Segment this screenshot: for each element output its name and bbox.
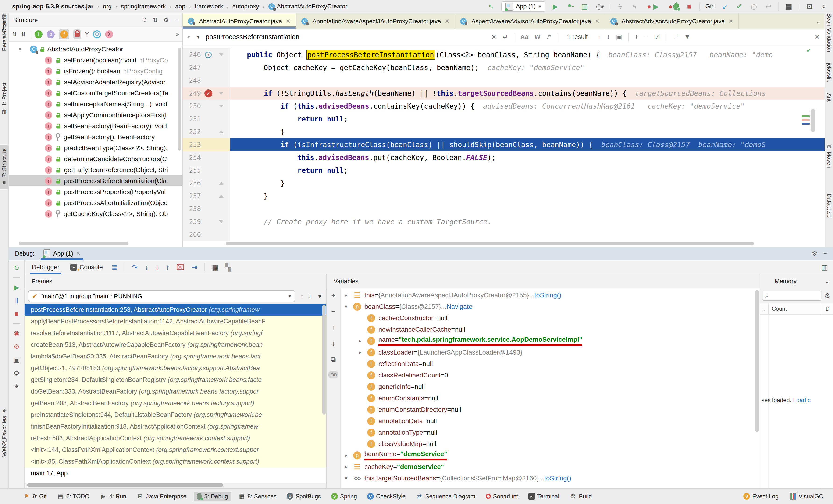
hide-panel-icon[interactable]: −	[174, 17, 178, 24]
frame-row[interactable]: main:17, App	[25, 467, 326, 479]
frame-row[interactable]: getBean:208, AbstractBeanFactory (org.sp…	[25, 397, 326, 409]
new-line-icon[interactable]: ↵	[502, 33, 508, 41]
value-action-link[interactable]: toString()	[534, 291, 561, 299]
expand-arrow-icon[interactable]: ▾	[345, 475, 353, 481]
editor-gutter[interactable]: 260	[183, 228, 230, 241]
tool-stripe-structure[interactable]: 7: Structure ≡	[0, 145, 8, 189]
structure-row[interactable]: setBeanFactory(BeanFactory): void	[9, 121, 182, 131]
memory-settings-icon[interactable]: ⚙	[824, 292, 830, 299]
gear-icon[interactable]: ⚙	[164, 17, 169, 24]
navigate-back-icon[interactable]: ↖	[487, 2, 496, 10]
variable-row[interactable]: f classValueMap = null	[340, 438, 760, 450]
add-watch-icon[interactable]: +	[331, 292, 335, 299]
frames-vertical-scrollbar[interactable]	[323, 305, 326, 414]
tool-stripe-pin[interactable]: ⌖	[825, 72, 833, 78]
clear-search-icon[interactable]: ✕	[491, 33, 496, 41]
editor-gutter[interactable]: 257	[183, 190, 230, 202]
run-config-select[interactable]: App (1) ▾	[501, 1, 545, 12]
close-icon[interactable]: ✕	[595, 18, 599, 25]
hide-panel-icon[interactable]: −	[824, 250, 827, 257]
code-editor[interactable]: 246 public Object postProcessBef	[183, 45, 825, 247]
count-column-header[interactable]: Count	[768, 306, 822, 312]
stop-button[interactable]: ■	[685, 3, 694, 10]
debug-session-tab[interactable]: App (1) ✕	[41, 247, 84, 260]
run-button[interactable]: ▶	[551, 2, 560, 10]
expand-arrow-icon[interactable]: ▾	[345, 304, 353, 310]
frame-row[interactable]: doGetBean:333, AbstractBeanFactory (org.…	[25, 386, 326, 397]
variable-row[interactable]: ▸ ☰ this = {AnnotationAwareAspectJAutoPr…	[340, 289, 760, 301]
force-step-into-icon[interactable]: ↓	[155, 263, 159, 271]
show-lambdas-icon[interactable]: λ	[105, 30, 113, 38]
next-occurrence-icon[interactable]: ↓	[607, 33, 610, 41]
close-icon[interactable]: ✕	[76, 250, 80, 257]
editor-gutter[interactable]: 250	[183, 100, 230, 113]
restore-layout-icon[interactable]: ▥	[821, 263, 828, 271]
chevron-down-icon[interactable]: ▾	[197, 34, 199, 40]
editor-horizontal-scrollbar[interactable]	[226, 242, 754, 245]
variable-row[interactable]: ▸ ☰ cacheKey = "demoService"	[340, 461, 760, 473]
spring-tool-button[interactable]: S Spring	[329, 491, 360, 501]
filter-search-icon[interactable]: ▼	[684, 33, 691, 41]
value-action-link[interactable]: toString()	[544, 475, 571, 482]
gear-icon[interactable]: ⚙	[812, 250, 817, 257]
run-to-cursor-icon[interactable]: ⇥	[192, 263, 197, 271]
drop-frame-icon[interactable]: ⌧	[176, 263, 185, 271]
editor-gutter[interactable]: 255	[183, 164, 230, 177]
show-watches-icon[interactable]: oo	[329, 371, 338, 378]
expand-arrow-icon[interactable]: ▸	[345, 292, 353, 298]
remove-selection-icon[interactable]: −	[644, 33, 648, 41]
close-icon[interactable]: ✕	[286, 18, 291, 25]
search-icon[interactable]: ⌕	[187, 33, 191, 41]
tab-console[interactable]: ▸ Console	[68, 260, 105, 274]
layout-settings-icon[interactable]: ▚	[225, 263, 231, 271]
fold-down-icon[interactable]	[219, 53, 223, 56]
close-icon[interactable]: ✕	[445, 18, 449, 25]
visualgc-button[interactable]: VisualGC	[787, 491, 826, 501]
structure-row[interactable]: setCustomTargetSourceCreators(Ta	[9, 88, 182, 99]
hide-library-frames-icon[interactable]: ▼	[317, 293, 323, 300]
memory-search-input[interactable]	[763, 291, 821, 301]
checkstyle-tool-button[interactable]: C CheckStyle	[364, 491, 408, 501]
threads-view-icon[interactable]: ≣	[112, 263, 118, 271]
fold-up-icon[interactable]	[219, 195, 223, 198]
event-log-button[interactable]: 8 Event Log	[740, 491, 781, 501]
breadcrumb-item[interactable]: spring-aop-5.3.9-sources.jar	[5, 3, 93, 10]
todo-tool-button[interactable]: ▤ 6: TODO	[54, 491, 92, 501]
structure-row[interactable]: determineCandidateConstructors(C	[9, 153, 182, 164]
git-update-icon[interactable]: ↙	[720, 2, 729, 10]
variable-row[interactable]: f classRedefinedCount = 0	[340, 369, 760, 381]
rerun-icon[interactable]: ●▶	[645, 2, 661, 10]
frame-row[interactable]: refresh:583, AbstractApplicationContext …	[25, 432, 326, 444]
stop-icon[interactable]: ■	[15, 310, 19, 318]
previous-occurrence-icon[interactable]: ↑	[598, 33, 601, 41]
show-non-public-icon[interactable]	[73, 29, 81, 40]
variable-row[interactable]: f enumConstants = null	[340, 392, 760, 404]
variable-row[interactable]: f annotationData = null	[340, 415, 760, 427]
thread-selector[interactable]: ✔ "main"@1 in group "main": RUNNING ▾	[28, 290, 295, 302]
project-structure-icon[interactable]: ▤	[784, 2, 793, 10]
group-methods-icon[interactable]: Y	[85, 31, 89, 38]
show-fields-icon[interactable]: f	[59, 29, 69, 40]
breadcrumb-item[interactable]: › autoproxy	[223, 3, 259, 10]
expand-all-icon[interactable]: ⇕	[142, 17, 147, 24]
variables-vertical-scrollbar[interactable]	[756, 290, 759, 432]
expand-arrow-icon[interactable]: ▸	[359, 350, 367, 356]
structure-row[interactable]: getEarlyBeanReference(Object, Stri	[9, 164, 182, 175]
tool-stripe-persistence[interactable]: ▤ Persistence	[0, 13, 8, 51]
collapse-all-icon[interactable]: ⇅	[153, 17, 158, 24]
debug-tool-button[interactable]: 5: Debug	[194, 491, 231, 501]
step-out-icon[interactable]: ↑	[166, 263, 169, 271]
evaluate-expression-icon[interactable]: ▦	[212, 263, 218, 271]
structure-row[interactable]: setApplyCommonInterceptorsFirst(l	[9, 110, 182, 121]
variable-row[interactable]: f annotationType = null	[340, 427, 760, 438]
variable-row[interactable]: ▸ p beanName = "demoService"	[340, 450, 760, 461]
structure-row[interactable]: postProcessProperties(PropertyVal	[9, 186, 182, 197]
editor-tab[interactable]: AbstractAdvisorAutoProxyCreator.java ✕	[605, 13, 739, 29]
search-query[interactable]: postProcessBeforeInstantiation	[206, 33, 299, 41]
editor-gutter[interactable]: 253	[183, 138, 230, 151]
frames-horizontal-scrollbar[interactable]	[27, 483, 223, 487]
view-breakpoints-icon[interactable]: ◉	[14, 329, 19, 337]
tool-stripe-bean-validation[interactable]: Bean Validation	[825, 13, 833, 52]
structure-row[interactable]: predictBeanType(Class<?>, String):	[9, 142, 182, 153]
editor-gutter[interactable]: 251	[183, 113, 230, 125]
